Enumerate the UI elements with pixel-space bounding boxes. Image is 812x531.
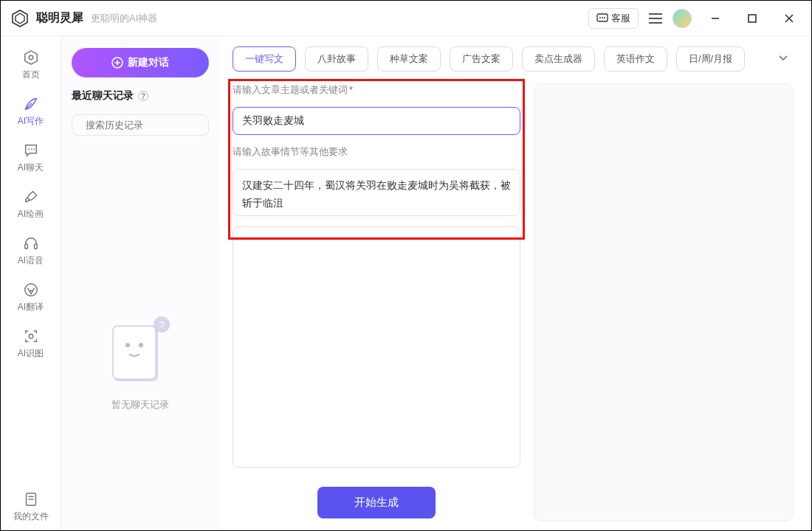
new-chat-label: 新建对话 — [128, 56, 169, 69]
headphone-icon — [23, 235, 39, 251]
nav-home[interactable]: 首页 — [9, 42, 53, 88]
recent-title: 最近聊天记录 — [72, 89, 134, 103]
nav-label: AI识图 — [18, 347, 44, 360]
chevron-down-icon — [777, 52, 789, 63]
menu-icon[interactable] — [649, 13, 662, 24]
nav-label: 首页 — [22, 69, 40, 81]
new-chat-button[interactable]: 新建对话 — [72, 48, 209, 77]
extra-textarea[interactable] — [233, 226, 520, 468]
minimize-button[interactable] — [702, 5, 729, 32]
scan-icon — [23, 328, 39, 344]
svg-point-33 — [139, 343, 143, 347]
nav-ocr[interactable]: AI识图 — [9, 321, 53, 367]
nav-translate[interactable]: AI翻译 — [9, 274, 53, 321]
avatar[interactable] — [672, 9, 692, 28]
svg-point-3 — [599, 17, 601, 18]
svg-rect-16 — [24, 244, 27, 249]
feather-icon — [23, 96, 39, 112]
svg-rect-7 — [749, 15, 756, 22]
tab-selling[interactable]: 卖点生成器 — [522, 46, 595, 72]
generate-button[interactable]: 开始生成 — [317, 487, 436, 518]
nav-label: AI绘画 — [18, 208, 44, 221]
chat-icon — [596, 13, 608, 24]
form-column: 请输入文章主题或者关键词* 请输入故事情节等其他要求 开始生成 — [233, 83, 520, 521]
tab-grass[interactable]: 种草文案 — [377, 46, 441, 72]
tab-onekey[interactable]: 一键写文 — [233, 46, 296, 72]
svg-point-13 — [28, 148, 30, 150]
tab-report[interactable]: 日/周/月报 — [676, 46, 745, 72]
output-panel — [534, 83, 794, 521]
svg-point-32 — [125, 343, 130, 347]
recent-header: 最近聊天记录 ? — [72, 89, 209, 103]
nav-label: AI语音 — [18, 254, 44, 267]
file-icon — [23, 491, 39, 507]
maximize-button[interactable] — [739, 5, 765, 32]
empty-illustration-icon: ? — [107, 314, 173, 388]
customer-service-button[interactable]: 客服 — [588, 8, 639, 29]
svg-point-14 — [31, 148, 32, 150]
empty-text: 暂无聊天记录 — [111, 398, 169, 412]
svg-point-4 — [602, 17, 603, 18]
nav-label: 我的文件 — [13, 510, 49, 523]
nav: 首页 AI写作 AI聊天 AI绘画 AI语音 AI翻译 AI识图 我 — [1, 36, 61, 530]
search-box[interactable] — [72, 114, 209, 136]
sidebar: 新建对话 最近聊天记录 ? ? 暂无聊天记录 — [61, 36, 219, 530]
close-button[interactable] — [776, 5, 802, 32]
tabs-expand-button[interactable] — [773, 47, 794, 71]
svg-rect-31 — [113, 326, 156, 379]
app-subtitle: 更聪明的AI神器 — [91, 12, 157, 25]
chat-bubble-icon — [23, 142, 39, 159]
topic-input[interactable] — [233, 107, 520, 135]
titlebar: 聪明灵犀 更聪明的AI神器 客服 — [1, 1, 811, 36]
tab-ad[interactable]: 广告文案 — [450, 46, 513, 72]
home-hex-icon — [23, 49, 39, 66]
tab-english[interactable]: 英语作文 — [604, 46, 667, 72]
detail-textarea[interactable] — [233, 169, 520, 216]
translate-icon — [23, 282, 39, 298]
topic-label: 请输入文章主题或者关键词* — [233, 83, 520, 97]
svg-marker-1 — [16, 13, 24, 24]
svg-point-11 — [29, 55, 33, 60]
nav-label: AI写作 — [18, 115, 44, 128]
app-logo-icon — [11, 10, 29, 27]
svg-point-15 — [33, 148, 35, 150]
search-input[interactable] — [86, 119, 210, 131]
content: 一键写文 八卦故事 种草文案 广告文案 卖点生成器 英语作文 日/周/月报 请输… — [219, 36, 811, 530]
svg-marker-10 — [24, 51, 37, 64]
app-name: 聪明灵犀 — [36, 10, 83, 26]
nav-files[interactable]: 我的文件 — [9, 484, 53, 530]
empty-state: ? 暂无聊天记录 — [72, 148, 209, 518]
nav-label: AI聊天 — [18, 162, 44, 174]
nav-label: AI翻译 — [18, 301, 44, 313]
plus-circle-icon — [111, 57, 123, 69]
tabs: 一键写文 八卦故事 种草文案 广告文案 卖点生成器 英语作文 日/周/月报 — [233, 46, 794, 72]
svg-rect-17 — [34, 244, 37, 249]
nav-paint[interactable]: AI绘画 — [9, 181, 53, 228]
nav-write[interactable]: AI写作 — [9, 88, 53, 135]
nav-chat[interactable]: AI聊天 — [9, 135, 53, 181]
svg-point-5 — [604, 17, 605, 18]
customer-service-label: 客服 — [611, 12, 630, 25]
help-icon[interactable]: ? — [138, 91, 148, 101]
svg-text:?: ? — [159, 319, 164, 330]
detail-label: 请输入故事情节等其他要求 — [233, 145, 520, 159]
tab-gossip[interactable]: 八卦故事 — [305, 46, 368, 72]
nav-voice[interactable]: AI语音 — [9, 228, 53, 274]
svg-point-19 — [29, 334, 33, 339]
brush-icon — [23, 189, 39, 205]
